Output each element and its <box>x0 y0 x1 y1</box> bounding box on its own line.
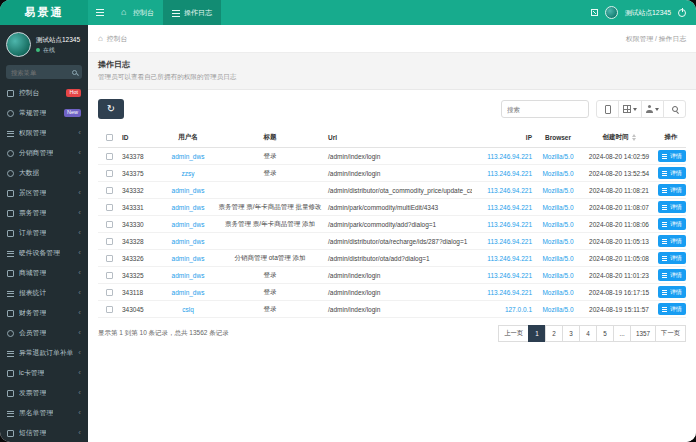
sidebar-menu-item[interactable]: 订单管理 ‹ <box>0 223 88 243</box>
row-checkbox[interactable] <box>106 306 113 313</box>
detail-button[interactable]: 详情 <box>658 218 686 230</box>
sidebar-menu-item[interactable]: 常规管理 New <box>0 103 88 123</box>
row-checkbox[interactable] <box>106 204 113 211</box>
ip-link[interactable]: 113.246.94.221 <box>487 204 532 211</box>
browser-link[interactable]: Mozilla/5.0 <box>542 170 573 177</box>
sidebar-search-input[interactable] <box>11 69 72 76</box>
row-checkbox[interactable] <box>106 221 113 228</box>
top-tab[interactable]: 操作日志 <box>163 0 221 25</box>
sidebar-menu-item[interactable]: 财务管理 ‹ <box>0 303 88 323</box>
row-checkbox[interactable] <box>106 187 113 194</box>
browser-link[interactable]: Mozilla/5.0 <box>542 204 573 211</box>
sidebar-menu-item[interactable]: 票务管理 ‹ <box>0 203 88 223</box>
row-checkbox[interactable] <box>106 289 113 296</box>
username-link[interactable]: cslq <box>182 306 194 313</box>
ip-link[interactable]: 113.246.94.221 <box>487 221 532 228</box>
topbar-username[interactable]: 测试站点12345 <box>625 8 671 18</box>
username-link[interactable]: admin_dws <box>172 204 205 211</box>
username-link[interactable]: admin_dws <box>172 153 205 160</box>
browser-link[interactable]: Mozilla/5.0 <box>542 289 573 296</box>
username-link[interactable]: admin_dws <box>172 272 205 279</box>
username-link[interactable]: admin_dws <box>172 238 205 245</box>
logout-icon[interactable] <box>678 9 686 17</box>
select-all-checkbox[interactable] <box>106 134 113 141</box>
sidebar-menu-item[interactable]: 报表统计 ‹ <box>0 283 88 303</box>
detail-button[interactable]: 详情 <box>658 201 686 213</box>
sidebar-menu-item[interactable]: 异常退款订单补单 ‹ <box>0 343 88 363</box>
browser-link[interactable]: Mozilla/5.0 <box>542 238 573 245</box>
sidebar-menu-item[interactable]: 分销商管理 ‹ <box>0 143 88 163</box>
detail-button[interactable]: 详情 <box>658 235 686 247</box>
page-button[interactable]: 3 <box>562 325 580 342</box>
column-header[interactable]: Url <box>326 128 472 148</box>
ip-link[interactable]: 113.246.94.221 <box>487 289 532 296</box>
detail-button[interactable]: 详情 <box>658 184 686 196</box>
detail-button[interactable]: 详情 <box>658 150 686 162</box>
username-link[interactable]: admin_dws <box>172 187 205 194</box>
next-page-button[interactable]: 下一页 <box>655 325 686 342</box>
browser-link[interactable]: Mozilla/5.0 <box>542 187 573 194</box>
sidebar-menu-item[interactable]: 黑名单管理 ‹ <box>0 403 88 423</box>
fixed-columns-button[interactable] <box>641 100 664 118</box>
username-link[interactable]: zzsy <box>182 170 195 177</box>
browser-link[interactable]: Mozilla/5.0 <box>542 272 573 279</box>
page-button[interactable]: 5 <box>596 325 614 342</box>
detail-button[interactable]: 详情 <box>658 269 686 281</box>
ip-link[interactable]: 113.246.94.221 <box>487 238 532 245</box>
column-header[interactable]: Browser <box>534 128 582 148</box>
row-checkbox[interactable] <box>106 272 113 279</box>
ip-link[interactable]: 113.246.94.221 <box>487 187 532 194</box>
ip-link[interactable]: 113.246.94.221 <box>487 272 532 279</box>
page-button[interactable]: 1357 <box>630 325 656 342</box>
sidebar-menu-item[interactable]: 商城管理 ‹ <box>0 263 88 283</box>
detail-button[interactable]: 详情 <box>658 252 686 264</box>
prev-page-button[interactable]: 上一页 <box>498 325 529 342</box>
row-checkbox[interactable] <box>106 238 113 245</box>
toggle-view-button[interactable] <box>596 100 619 118</box>
sidebar-menu-item[interactable]: 大数据 ‹ <box>0 163 88 183</box>
username-link[interactable]: admin_dws <box>172 255 205 262</box>
detail-button[interactable]: 详情 <box>658 303 686 315</box>
sidebar-menu-item[interactable]: 硬件设备管理 ‹ <box>0 243 88 263</box>
browser-link[interactable]: Mozilla/5.0 <box>542 153 573 160</box>
sidebar-menu-item[interactable]: ic卡管理 ‹ <box>0 363 88 383</box>
columns-button[interactable] <box>618 100 642 118</box>
browser-link[interactable]: Mozilla/5.0 <box>542 255 573 262</box>
page-button[interactable]: 1 <box>528 325 546 342</box>
column-header[interactable]: 操作 <box>656 128 686 148</box>
column-header[interactable]: 用户名 <box>162 128 214 148</box>
page-button[interactable]: 2 <box>545 325 563 342</box>
row-checkbox[interactable] <box>106 255 113 262</box>
sidebar-menu-item[interactable]: 发票管理 ‹ <box>0 383 88 403</box>
row-checkbox[interactable] <box>106 170 113 177</box>
column-header[interactable]: 标题 <box>214 128 326 148</box>
browser-link[interactable]: Mozilla/5.0 <box>542 306 573 313</box>
row-checkbox[interactable] <box>106 153 113 160</box>
detail-button[interactable]: 详情 <box>658 167 686 179</box>
table-search-input[interactable] <box>501 100 589 118</box>
breadcrumb-left[interactable]: ⌂ 控制台 <box>98 34 127 44</box>
search-button[interactable] <box>663 100 686 118</box>
sidebar-menu-item[interactable]: 权限管理 ‹ <box>0 123 88 143</box>
username-link[interactable]: admin_dws <box>172 221 205 228</box>
sidebar-menu-item[interactable]: 景区管理 ‹ <box>0 183 88 203</box>
refresh-button[interactable]: ↻ <box>98 99 124 119</box>
ip-link[interactable]: 113.246.94.221 <box>487 153 532 160</box>
sidebar-menu-item[interactable]: 短信管理 ‹ <box>0 423 88 442</box>
detail-button[interactable]: 详情 <box>658 286 686 298</box>
column-header[interactable]: 创建时间 <box>582 128 656 148</box>
sidebar-menu-item[interactable]: 会员管理 ‹ <box>0 323 88 343</box>
browser-link[interactable]: Mozilla/5.0 <box>542 221 573 228</box>
avatar[interactable] <box>605 6 618 19</box>
ip-link[interactable]: 113.246.94.221 <box>487 170 532 177</box>
ip-link[interactable]: 113.246.94.221 <box>487 255 532 262</box>
column-header[interactable]: ID <box>120 128 162 148</box>
top-tab[interactable]: 控制台 <box>112 0 163 25</box>
username-link[interactable]: admin_dws <box>172 289 205 296</box>
fullscreen-icon[interactable] <box>591 9 598 16</box>
page-button[interactable]: 4 <box>579 325 597 342</box>
ip-link[interactable]: 127.0.0.1 <box>505 306 532 313</box>
sidebar-menu-item[interactable]: 控制台 Hot <box>0 83 88 103</box>
sidebar-toggle-button[interactable] <box>88 0 112 25</box>
column-header[interactable]: IP <box>472 128 534 148</box>
